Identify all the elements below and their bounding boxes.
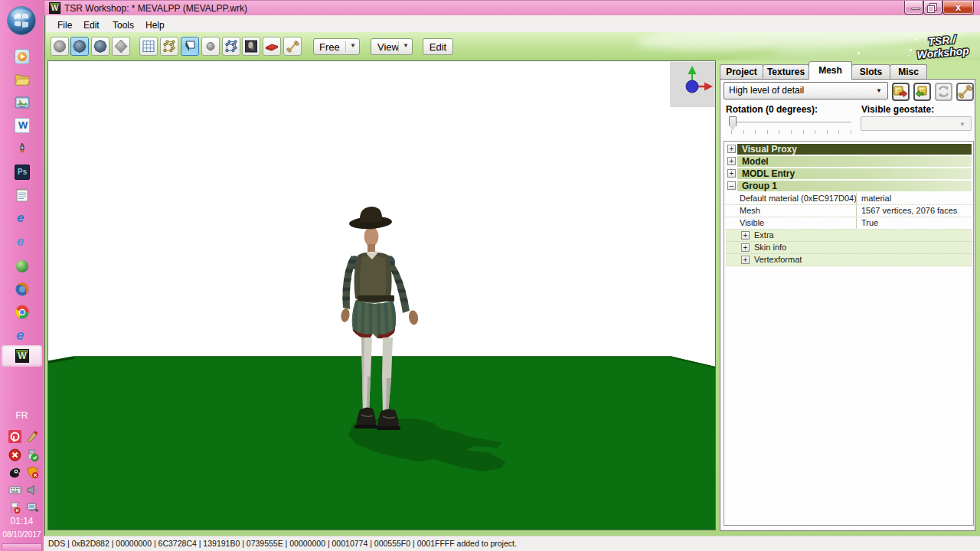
svg-text:Workshop: Workshop <box>916 44 970 61</box>
